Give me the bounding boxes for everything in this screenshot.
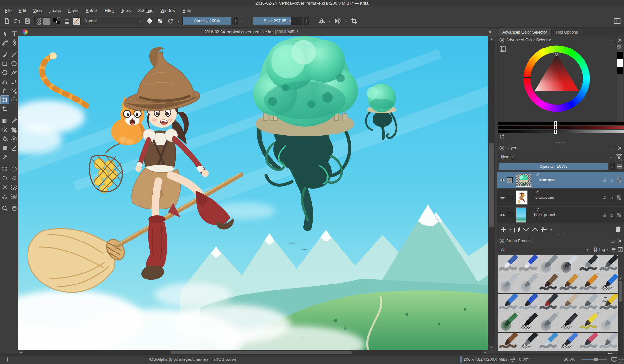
brush-preset-29[interactable] bbox=[578, 333, 598, 351]
scroll-up-icon[interactable]: ▲ bbox=[618, 276, 623, 280]
size-slider[interactable]: Size: 297.85 px bbox=[253, 17, 302, 25]
horizontal-scroll-thumb[interactable] bbox=[171, 351, 352, 354]
layer-visibility-eye-icon[interactable] bbox=[497, 212, 507, 218]
brush-preset-18[interactable] bbox=[598, 294, 618, 313]
layer-visibility-eye-icon[interactable] bbox=[497, 195, 507, 200]
layer-blending-dropdown[interactable]: Normal ▾ bbox=[499, 153, 614, 161]
tool-freehand-select[interactable] bbox=[9, 174, 18, 183]
brush-preset-2[interactable] bbox=[518, 255, 538, 274]
tool-ellipse[interactable] bbox=[9, 59, 18, 68]
layer-lock-icon[interactable] bbox=[602, 178, 607, 183]
canvas-horizontal-scrollbar[interactable]: ◄ ► bbox=[18, 350, 488, 354]
brush-preset-12[interactable] bbox=[598, 274, 618, 293]
docker-splitter[interactable]: •••••• bbox=[497, 141, 624, 144]
brush-preset-1[interactable] bbox=[498, 255, 518, 274]
tab-advanced-color-selector[interactable]: Advanced Color Selector bbox=[498, 28, 551, 36]
reload-options-caret[interactable]: ▾ bbox=[176, 19, 180, 23]
duplicate-layer-button[interactable] bbox=[514, 226, 521, 233]
add-layer-caret[interactable]: ▾ bbox=[508, 228, 512, 231]
brush-preset-7[interactable] bbox=[498, 274, 518, 293]
refresh-icon[interactable] bbox=[499, 134, 504, 139]
brush-preset-27[interactable] bbox=[538, 333, 558, 351]
tool-ellipse-select[interactable] bbox=[9, 165, 18, 174]
layer-opacity-slider[interactable]: Opacity: 100% bbox=[499, 163, 608, 170]
tool-polygon[interactable] bbox=[0, 68, 9, 77]
tool-select-shapes[interactable] bbox=[0, 29, 9, 38]
document-tab[interactable]: 2016-02-24_vertical-cover_remake.kra (20… bbox=[18, 28, 484, 36]
tab-tool-options[interactable]: Tool Options bbox=[551, 28, 582, 36]
display-mode-icon[interactable] bbox=[611, 247, 616, 252]
canvas-rotation-icon[interactable] bbox=[509, 357, 516, 362]
layer-inherit-alpha-icon[interactable] bbox=[617, 213, 621, 217]
delete-layer-button[interactable] bbox=[615, 226, 621, 233]
scroll-down-icon[interactable]: ▼ bbox=[488, 345, 495, 350]
fit-to-screen-icon[interactable] bbox=[611, 357, 618, 362]
tool-text[interactable] bbox=[9, 29, 18, 38]
layer-thumbnail[interactable] bbox=[516, 190, 528, 205]
blending-mode-dropdown[interactable]: Normal ▾ bbox=[83, 17, 143, 25]
color-swatch-2[interactable] bbox=[617, 67, 623, 74]
opacity-spinner[interactable]: ▲▼ bbox=[233, 17, 238, 25]
brush-preset-14[interactable] bbox=[518, 294, 538, 313]
brush-preset-5[interactable] bbox=[578, 255, 598, 274]
mirror-vertical-caret[interactable]: ▾ bbox=[344, 19, 348, 23]
brush-preset-16[interactable] bbox=[558, 294, 578, 313]
docker-splitter[interactable]: •••••• bbox=[497, 234, 624, 237]
tool-assistants[interactable] bbox=[0, 144, 9, 153]
brush-preset-15[interactable] bbox=[538, 294, 558, 313]
size-spinner[interactable]: ▲▼ bbox=[304, 17, 309, 25]
gradient-chooser[interactable] bbox=[34, 17, 41, 25]
mirror-horizontal-button[interactable] bbox=[318, 17, 326, 25]
save-button[interactable] bbox=[23, 17, 32, 25]
brush-settings-button[interactable] bbox=[63, 17, 71, 25]
layer-alpha-icon[interactable]: α bbox=[609, 213, 615, 218]
tool-gradient[interactable] bbox=[0, 116, 9, 125]
reload-preset-button[interactable] bbox=[166, 17, 174, 25]
color-swatch-0[interactable] bbox=[617, 52, 623, 59]
layer-inherit-alpha-icon[interactable] bbox=[617, 195, 621, 200]
scroll-up-icon[interactable]: ▲ bbox=[488, 36, 495, 41]
tool-rect-select[interactable] bbox=[0, 165, 9, 174]
color-swatch-1[interactable] bbox=[617, 59, 623, 67]
layer-lock-icon[interactable] bbox=[602, 195, 607, 200]
tool-crop[interactable] bbox=[0, 104, 9, 113]
open-document-button[interactable] bbox=[13, 17, 21, 25]
tool-fill[interactable] bbox=[0, 134, 9, 144]
zoom-percentage-label[interactable]: 50.0% bbox=[564, 355, 575, 364]
brush-preset-19[interactable] bbox=[498, 313, 518, 332]
brush-preset-8[interactable] bbox=[518, 274, 538, 293]
image-size-indicator[interactable]: 3,200 x 4,624 (200.0 MiB) bbox=[460, 356, 507, 363]
canvas-vertical-scrollbar[interactable]: ▲ ▼ bbox=[488, 36, 495, 350]
brush-preset-chooser[interactable] bbox=[73, 17, 81, 25]
menu-select[interactable]: Select bbox=[82, 6, 101, 15]
layer-thumbnail[interactable] bbox=[516, 207, 526, 223]
brush-preset-17[interactable] bbox=[578, 294, 598, 313]
close-docker-icon[interactable] bbox=[618, 146, 622, 150]
layer-row-characters[interactable]: charactersα bbox=[497, 189, 624, 206]
vertical-scroll-thumb[interactable] bbox=[489, 143, 494, 227]
brush-preset-6[interactable] bbox=[598, 255, 618, 274]
tool-bezier-select[interactable] bbox=[0, 192, 9, 201]
layer-alpha-icon[interactable]: α bbox=[609, 178, 615, 183]
tool-pan[interactable] bbox=[9, 204, 18, 213]
menu-tools[interactable]: Tools bbox=[117, 6, 134, 15]
brush-preset-13[interactable] bbox=[498, 294, 518, 313]
opacity-options-caret[interactable]: ▾ bbox=[240, 19, 244, 23]
menu-layer[interactable]: Layer bbox=[64, 6, 82, 15]
tool-reference-images[interactable] bbox=[0, 153, 9, 162]
menu-file[interactable]: File bbox=[1, 6, 15, 15]
layer-properties-caret[interactable]: ▾ bbox=[549, 228, 553, 231]
layer-checkbox[interactable] bbox=[507, 177, 513, 183]
layer-row-background[interactable]: backgroundα bbox=[497, 207, 624, 223]
menu-view[interactable]: View bbox=[29, 6, 46, 15]
value-strip[interactable] bbox=[498, 130, 624, 133]
menu-edit[interactable]: Edit bbox=[15, 6, 29, 15]
tool-multibrush[interactable] bbox=[9, 86, 18, 95]
layer-options-icon[interactable] bbox=[616, 163, 623, 170]
brush-preset-25[interactable] bbox=[498, 333, 518, 351]
window-resize-grip[interactable] bbox=[619, 359, 623, 363]
tool-polyline[interactable] bbox=[9, 68, 18, 77]
zoom-slider-handle[interactable] bbox=[594, 358, 598, 361]
saturation-strip[interactable] bbox=[498, 126, 624, 129]
brush-tag-filter-dropdown[interactable]: All ▾ bbox=[499, 246, 590, 253]
